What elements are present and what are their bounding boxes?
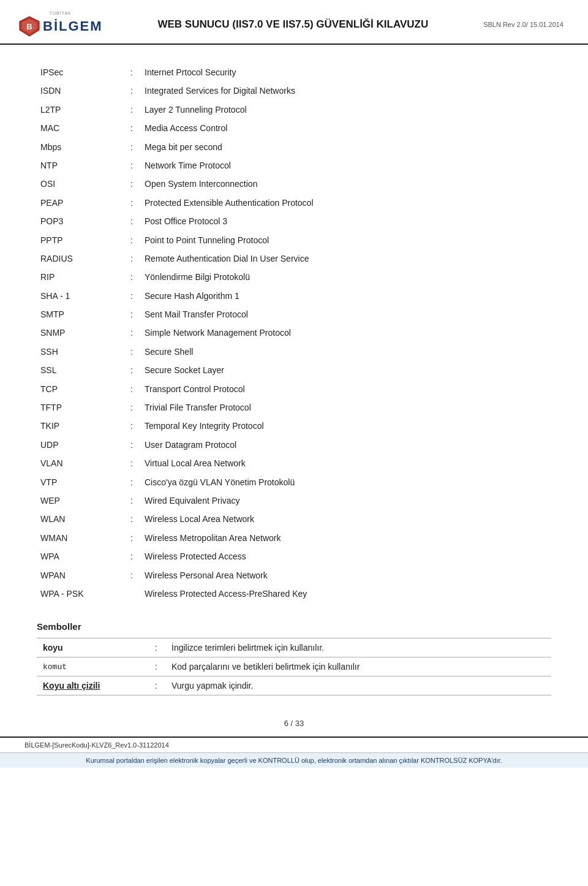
- header: TÜBİTAK B BİLGEM WEB SUNUCU (IIS7.0 VE I…: [0, 0, 588, 45]
- abbr-definition: Wireless Local Area Network: [141, 510, 551, 528]
- abbr-row: OSI:Open System Interconnection: [37, 175, 551, 193]
- abbr-row: WPA:Wireless Protected Access: [37, 547, 551, 566]
- abbr-term: IPSec: [37, 63, 123, 81]
- abbr-row: UDP:User Datagram Protocol: [37, 436, 551, 454]
- semboller-title: Semboller: [37, 621, 551, 632]
- abbr-row: WPAN:Wireless Personal Area Network: [37, 566, 551, 585]
- abbr-colon: :: [123, 81, 141, 100]
- abbr-colon: :: [123, 305, 141, 324]
- abbr-definition: Post Office Protocol 3: [141, 212, 551, 230]
- abbr-definition: Cisco'ya özgü VLAN Yönetim Protokolü: [141, 473, 551, 491]
- abbr-definition: Wireless Protected Access: [141, 547, 551, 566]
- abbr-row: RADIUS:Remote Authentication Dial In Use…: [37, 249, 551, 268]
- abbr-row: VLAN:Virtual Local Area Network: [37, 454, 551, 472]
- abbr-definition: Remote Authentication Dial In User Servi…: [141, 249, 551, 268]
- abbr-row: WEP:Wired Equivalent Privacy: [37, 491, 551, 510]
- abbr-row: WLAN:Wireless Local Area Network: [37, 510, 551, 528]
- abbr-term: WMAN: [37, 529, 123, 547]
- semboller-colon: :: [147, 638, 165, 657]
- abbr-definition: Secure Socket Layer: [141, 361, 551, 379]
- semboller-term: Koyu altı çizili: [37, 676, 147, 695]
- abbr-colon: :: [123, 287, 141, 305]
- semboller-term: koyu: [37, 638, 147, 657]
- abbr-row: TFTP:Trivial File Transfer Protocol: [37, 398, 551, 417]
- abbr-term: SHA - 1: [37, 287, 123, 305]
- abbr-colon: :: [123, 361, 141, 379]
- abbr-colon: :: [123, 249, 141, 268]
- abbr-definition: Media Access Control: [141, 119, 551, 137]
- abbr-colon: :: [123, 491, 141, 510]
- abbr-definition: Mega bit per second: [141, 138, 551, 156]
- abbr-term: SSL: [37, 361, 123, 379]
- abbr-definition: Simple Network Management Protocol: [141, 324, 551, 342]
- abbr-colon: :: [123, 324, 141, 342]
- semboller-definition: Vurgu yapmak içindir.: [165, 676, 551, 695]
- footer-doc-id: BİLGEM-[SurecKodu]-KLVZ6_Rev1.0-31122014: [24, 741, 169, 749]
- abbr-definition: Secure Hash Algorithm 1: [141, 287, 551, 305]
- abbr-term: VLAN: [37, 454, 123, 472]
- semboller-colon: :: [147, 657, 165, 676]
- abbr-row: SSH:Secure Shell: [37, 343, 551, 361]
- abbr-definition: Wireless Personal Area Network: [141, 566, 551, 585]
- abbr-term: Mbps: [37, 138, 123, 156]
- abbr-term: SNMP: [37, 324, 123, 342]
- abbr-row: PEAP:Protected Extensible Authentication…: [37, 194, 551, 212]
- abbr-term: TCP: [37, 380, 123, 398]
- abbr-definition: Temporal Key Integrity Protocol: [141, 417, 551, 435]
- abbr-row: TCP:Transport Control Protocol: [37, 380, 551, 398]
- abbr-definition: Layer 2 Tunneling Protocol: [141, 100, 551, 119]
- footer-notice: Kurumsal portaldan erişilen elektronik k…: [0, 752, 588, 768]
- abbr-term: RIP: [37, 268, 123, 286]
- abbr-term: WEP: [37, 491, 123, 510]
- abbr-term: UDP: [37, 436, 123, 454]
- abbr-colon: :: [123, 156, 141, 175]
- logo-bilgem: B BİLGEM: [18, 15, 103, 37]
- abbr-term: VTP: [37, 473, 123, 491]
- abbr-definition: Wireless Protected Access-PreShared Key: [141, 585, 551, 603]
- semboller-colon: :: [147, 676, 165, 695]
- abbr-row: POP3:Post Office Protocol 3: [37, 212, 551, 230]
- abbr-term: PEAP: [37, 194, 123, 212]
- abbr-definition: Network Time Protocol: [141, 156, 551, 175]
- abbr-definition: Secure Shell: [141, 343, 551, 361]
- abbr-row: VTP:Cisco'ya özgü VLAN Yönetim Protokolü: [37, 473, 551, 491]
- abbr-term: RADIUS: [37, 249, 123, 268]
- abbr-row: Mbps:Mega bit per second: [37, 138, 551, 156]
- abbr-colon: :: [123, 194, 141, 212]
- abbr-row: IPSec:Internet Prtocol Security: [37, 63, 551, 81]
- abbr-definition: Integrated Services for Digital Networks: [141, 81, 551, 100]
- semboller-definition: Kod parçalarını ve betikleri belirtmek i…: [165, 657, 551, 676]
- abbr-term: SSH: [37, 343, 123, 361]
- abbr-colon: :: [123, 473, 141, 491]
- abbr-row: L2TP:Layer 2 Tunneling Protocol: [37, 100, 551, 119]
- abbr-term: NTP: [37, 156, 123, 175]
- abbr-definition: Transport Control Protocol: [141, 380, 551, 398]
- semboller-row: Koyu altı çizili:Vurgu yapmak içindir.: [37, 676, 551, 695]
- abbr-colon: :: [123, 417, 141, 435]
- semboller-table: koyu:İngilizce terimleri belirtmek için …: [37, 638, 551, 695]
- abbr-row: TKIP:Temporal Key Integrity Protocol: [37, 417, 551, 435]
- abbr-term: MAC: [37, 119, 123, 137]
- abbr-colon: :: [123, 343, 141, 361]
- abbr-colon: :: [123, 398, 141, 417]
- abbr-colon: :: [123, 175, 141, 193]
- abbr-colon: :: [123, 547, 141, 566]
- abbr-colon: :: [123, 454, 141, 472]
- header-title: WEB SUNUCU (IIS7.0 VE IIS7.5) GÜVENLİĞİ …: [103, 18, 484, 31]
- abbr-definition: Open System Interconnection: [141, 175, 551, 193]
- abbr-definition: Protected Extensible Authentication Prot…: [141, 194, 551, 212]
- abbr-colon: :: [123, 212, 141, 230]
- svg-text:B: B: [26, 22, 32, 31]
- semboller-term: komut: [37, 657, 147, 676]
- abbr-row: SNMP:Simple Network Management Protocol: [37, 324, 551, 342]
- semboller-definition: İngilizce terimleri belirtmek için kulla…: [165, 638, 551, 657]
- abbr-colon: [123, 585, 141, 603]
- footer-page-number: 6 / 33: [0, 708, 588, 732]
- footer-bar: BİLGEM-[SurecKodu]-KLVZ6_Rev1.0-31122014: [0, 736, 588, 752]
- abbr-row: SHA - 1:Secure Hash Algorithm 1: [37, 287, 551, 305]
- logo-box: TÜBİTAK B BİLGEM: [18, 11, 103, 37]
- abbr-term: WPA: [37, 547, 123, 566]
- abbr-colon: :: [123, 231, 141, 249]
- abbr-colon: :: [123, 119, 141, 137]
- abbr-term: ISDN: [37, 81, 123, 100]
